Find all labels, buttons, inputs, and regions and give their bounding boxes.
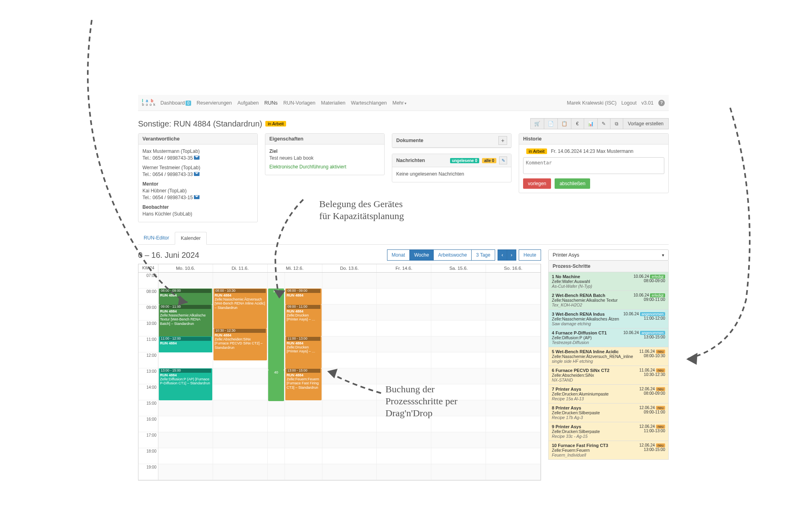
calendar-event[interactable]: 08:00 - 09:00RUN 4884 [285,289,321,305]
resp-p2-name: Werner Testmeier (TopLab) [142,165,253,170]
nav-aufgaben[interactable]: Aufgaben [237,100,259,106]
calendar-event[interactable]: 09:00 - 11:00RUN 4884Zelle:Drucken [Prin… [285,305,321,336]
process-step-item[interactable]: 8 Printer AsysZelle:Drucken:SilberpasteR… [548,403,669,422]
help-icon[interactable]: ? [658,100,665,106]
view-monat[interactable]: Monat [387,249,410,261]
page-title: Sonstige: RUN 4884 (Standardrun) [138,119,262,129]
view-woche[interactable]: Woche [410,249,434,261]
action-doc2-icon[interactable]: 📋 [558,118,571,129]
process-step-item[interactable]: 1 No MachineZelle:Wafer:AuswahlAs-Cut-Wa… [548,272,669,291]
navbar: l a b b o o k Dashboard0 Reservierungen … [138,95,669,111]
view-arbeitswoche[interactable]: Arbeitswoche [434,249,472,261]
calendar-grid[interactable]: KW 24 Mo. 10.6. Di. 11.6. Mi. 12.6. Do. … [138,264,541,481]
logo: l a b b o o k [142,99,156,107]
mail-icon[interactable] [194,195,200,199]
action-cart-icon[interactable]: 🛒 [530,118,544,129]
nav-runs[interactable]: RUNs [265,100,278,106]
nav-warteschlangen[interactable]: Warteschlangen [351,100,387,106]
mail-icon[interactable] [194,156,200,160]
panel-nachrichten: Nachrichten ungelesene 0 alle 0 ✎ Keine … [392,154,512,182]
msgs-unread-badge[interactable]: ungelesene 0 [450,158,479,163]
utilization-bar: 100 [268,289,284,370]
printer-select[interactable]: Printer Asys▾ [548,249,669,261]
nav-user[interactable]: Marek Kralewski (ISC) [567,100,616,106]
hist-abschliessen-button[interactable]: abschließen [555,178,590,189]
hist-comment-input[interactable] [523,157,664,174]
cal-prev-icon[interactable]: ‹ [498,249,507,261]
nav-materialien[interactable]: Materialien [321,100,345,106]
process-step-item[interactable]: 10 Furnace Fast Firing CT3Zelle:Feuern:F… [548,441,669,460]
nav-run-vorlagen[interactable]: RUN-Vorlagen [283,100,316,106]
calendar-event[interactable]: 11:00 - 13:00RUN 4884Zelle:Drucken [Prin… [285,336,321,368]
svg-marker-3 [686,353,697,365]
panel-dokumente: Dokumente+ [392,133,512,148]
panel-verantwortliche-header: Verantwortliche [138,134,257,144]
calendar-event[interactable]: 11:00 - 12:00RUN 4884 [159,336,212,352]
process-step-item[interactable]: 4 Furnace P-Diffusion CT1Zelle:Diffusion… [548,328,669,347]
action-copy-icon[interactable]: ⧉ [610,118,623,129]
process-step-item[interactable]: 6 Furnace PECVD SiNx CT2Zelle:Abscheiden… [548,366,669,385]
msgs-all-badge[interactable]: alle 0 [482,158,496,163]
process-step-item[interactable]: 5 Wet-Bench RENA Inline AcidicZelle:Nass… [548,347,669,366]
nav-mehr[interactable]: Mehr▾ [392,100,406,106]
utilization-bar: 40 [268,370,284,401]
process-step-item[interactable]: 7 Printer AsysZelle:Drucken:Aluminiumpas… [548,385,669,403]
tab-kalender[interactable]: Kalender [175,232,207,245]
cal-next-icon[interactable]: › [507,249,516,261]
calendar-event[interactable]: 13:00 - 15:00RUN 4884Zelle:Feuern:Feuern… [285,368,321,400]
panel-eigenschaften: Eigenschaften Ziel Test neues Lab book E… [265,133,385,175]
action-euro-icon[interactable]: € [571,118,584,129]
mail-icon[interactable] [194,172,200,176]
title-actions: 🛒 📄 📋 € 📊 ✎ ⧉ Vorlage erstellen [530,118,669,129]
nav-version: v3.01 [641,100,654,106]
hist-vorlegen-button[interactable]: vorlegen [523,178,551,189]
view-3tage[interactable]: 3 Tage [472,249,495,261]
resp-p1-name: Max Mustermann (TopLab) [142,148,253,154]
panel-historie: Historie in Arbeit Fr. 14.06.2024 14:23 … [519,133,669,193]
calendar-event[interactable]: 08:00 - 09:00RUN 4884 [159,289,212,305]
app-window: l a b b o o k Dashboard0 Reservierungen … [138,95,669,481]
process-step-item[interactable]: 2 Wet-Bench RENA BatchZelle:Nasschemie:A… [548,291,669,310]
panel-verantwortliche: Verantwortliche Max Mustermann (TopLab) … [138,133,258,222]
nav-dashboard[interactable]: Dashboard0 [160,100,191,106]
tab-run-editor[interactable]: RUN-Editor [138,232,175,244]
action-edit-icon[interactable]: ✎ [598,118,610,129]
steps-header: Prozess-Schritte [548,261,669,272]
cal-today-button[interactable]: Heute [519,249,541,261]
calendar-event[interactable]: 10:30 - 12:30RUN 4884Zelle:Abscheiden:Si… [213,328,267,360]
nav-links: Dashboard0 Reservierungen Aufgaben RUNs … [160,100,407,106]
calendar-event[interactable]: 13:00 - 15:00RUN 4884Zelle:Diffusion:P (… [159,368,212,400]
nav-reservierungen[interactable]: Reservierungen [197,100,232,106]
calendar-event[interactable]: 08:00 - 10:30RUN 4884Zelle:Nasschemie:Ät… [213,289,267,328]
nav-logout[interactable]: Logout [621,100,636,106]
action-chart-icon[interactable]: 📊 [584,118,598,129]
status-badge: in Arbeit [265,121,286,127]
cal-range: 0 – 16. Juni 2024 [138,251,199,260]
process-step-item[interactable]: 9 Printer AsysZelle:Drucken:SilberpasteR… [548,422,669,441]
tabs: RUN-Editor Kalender [138,232,669,245]
action-doc1-icon[interactable]: 📄 [544,118,558,129]
add-doc-button[interactable]: + [498,136,507,145]
process-step-item[interactable]: 3 Wet-Bench RENA IndusZelle:Nasschemie:A… [548,310,669,328]
action-vorlage[interactable]: Vorlage erstellen [623,118,669,129]
msgs-compose-icon[interactable]: ✎ [499,156,507,164]
